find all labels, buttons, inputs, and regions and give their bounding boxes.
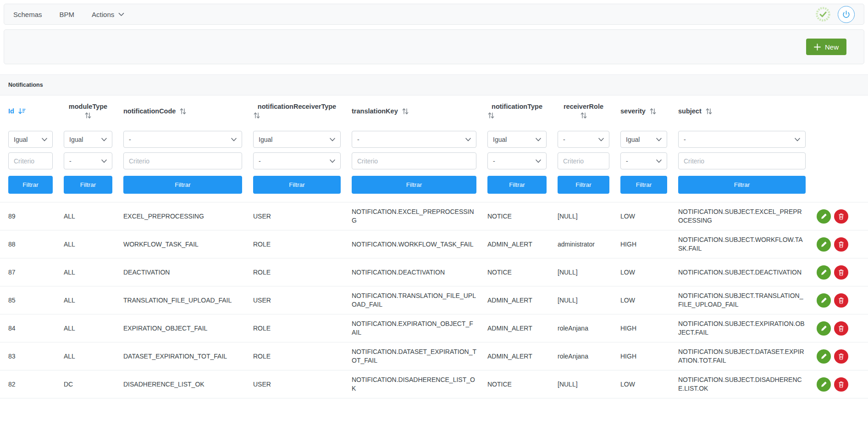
table-row: 84 ALL EXPIRATION_OBJECT_FAIL ROLE NOTIF…	[0, 314, 868, 342]
chevron-down-icon	[465, 138, 471, 141]
select-value: -	[259, 157, 261, 165]
column-header-actions	[811, 95, 868, 129]
delete-button[interactable]	[834, 265, 848, 280]
cell-moduletype: ALL	[58, 230, 118, 258]
select-value: -	[563, 136, 565, 143]
column-header-moduletype[interactable]: moduleType	[58, 95, 118, 129]
pencil-icon	[821, 325, 827, 331]
notifications-table: Id modu	[0, 95, 868, 398]
chevron-down-icon	[118, 12, 124, 17]
column-header-receiverrole[interactable]: receiverRole	[552, 95, 615, 129]
column-header-severity[interactable]: severity	[615, 95, 673, 129]
cell-notificationcode: DISADHERENCE_LIST_OK	[118, 370, 248, 398]
notificationreceivertype-operator-select[interactable]: Igual	[253, 131, 341, 148]
translationkey-operator-select[interactable]: -	[352, 131, 476, 148]
receiverrole-operator-select[interactable]: -	[558, 131, 609, 148]
cell-receiverrole: roleAnjana	[552, 314, 615, 342]
id-criteria-input[interactable]	[8, 152, 53, 169]
column-label: subject	[678, 107, 702, 115]
cell-translationkey: NOTIFICATION.DEACTIVATION	[346, 258, 482, 286]
notificationcode-filter-button[interactable]: Filtrar	[123, 176, 242, 194]
moduletype-filter-button[interactable]: Filtrar	[64, 176, 112, 194]
cell-notificationtype: NOTICE	[482, 202, 552, 230]
id-filter-button[interactable]: Filtrar	[8, 176, 53, 194]
delete-button[interactable]	[834, 321, 848, 336]
notificationtype-criteria-select[interactable]: -	[487, 152, 547, 169]
chevron-down-icon	[231, 138, 237, 141]
notifications-panel: Notifications Id	[0, 74, 868, 398]
edit-button[interactable]	[817, 265, 831, 280]
cell-notificationtype: ADMIN_ALERT	[482, 342, 552, 370]
cell-notificationtype: ADMIN_ALERT	[482, 230, 552, 258]
new-button-label: New	[825, 43, 839, 51]
cell-receiverrole: [NULL]	[552, 286, 615, 314]
edit-button[interactable]	[817, 293, 831, 308]
new-button[interactable]: New	[806, 39, 846, 55]
column-header-translationkey[interactable]: translationKey	[346, 95, 482, 129]
trash-icon	[838, 353, 844, 360]
notificationtype-filter-button[interactable]: Filtrar	[487, 176, 547, 194]
cell-id: 83	[0, 342, 58, 370]
trash-icon	[838, 269, 844, 276]
cell-notificationtype: ADMIN_ALERT	[482, 286, 552, 314]
nav-item-actions[interactable]: Actions	[92, 11, 124, 18]
moduletype-criteria-select[interactable]: -	[64, 152, 112, 169]
nav-item-schemas[interactable]: Schemas	[13, 11, 42, 18]
cell-subject: NOTIFICATION.SUBJECT.TRANSLATION_FILE_UP…	[673, 286, 811, 314]
notificationreceivertype-criteria-select[interactable]: -	[253, 152, 341, 169]
column-header-notificationcode[interactable]: notificationCode	[118, 95, 248, 129]
delete-button[interactable]	[834, 293, 848, 308]
power-button[interactable]	[838, 6, 855, 23]
notificationreceivertype-filter-button[interactable]: Filtrar	[253, 176, 341, 194]
severity-operator-select[interactable]: Igual	[620, 131, 667, 148]
column-header-subject[interactable]: subject	[673, 95, 811, 129]
severity-criteria-select[interactable]: -	[620, 152, 667, 169]
severity-filter-button[interactable]: Filtrar	[620, 176, 667, 194]
subject-filter-button[interactable]: Filtrar	[678, 176, 806, 194]
nav-item-label: Actions	[92, 11, 114, 18]
translationkey-filter-button[interactable]: Filtrar	[352, 176, 476, 194]
edit-button[interactable]	[817, 209, 831, 224]
subject-operator-select[interactable]: -	[678, 131, 806, 148]
edit-button[interactable]	[817, 321, 831, 336]
notificationcode-criteria-input[interactable]	[123, 152, 242, 169]
chevron-down-icon	[598, 138, 604, 141]
table-header-row: Id modu	[0, 95, 868, 129]
nav-item-bpm[interactable]: BPM	[60, 11, 75, 18]
subject-criteria-input[interactable]	[678, 152, 806, 169]
receiverrole-filter-button[interactable]: Filtrar	[558, 176, 609, 194]
edit-button[interactable]	[817, 349, 831, 364]
column-header-notificationreceivertype[interactable]: notificationReceiverType	[248, 95, 346, 129]
column-header-notificationtype[interactable]: notificationType	[482, 95, 552, 129]
delete-button[interactable]	[834, 209, 848, 224]
cell-moduletype: ALL	[58, 314, 118, 342]
delete-button[interactable]	[834, 349, 848, 364]
id-operator-select[interactable]: Igual	[8, 131, 53, 148]
translationkey-criteria-input[interactable]	[352, 152, 476, 169]
cell-notificationtype: NOTICE	[482, 258, 552, 286]
sort-both-icon	[649, 107, 657, 115]
top-navbar: Schemas BPM Actions	[4, 4, 864, 25]
moduletype-operator-select[interactable]: Igual	[64, 131, 112, 148]
chevron-down-icon	[101, 159, 107, 163]
edit-button[interactable]	[817, 377, 831, 392]
cell-notificationreceivertype: USER	[248, 202, 346, 230]
column-header-id[interactable]: Id	[0, 95, 58, 129]
cell-id: 84	[0, 314, 58, 342]
select-value: -	[129, 136, 131, 143]
chevron-down-icon	[536, 159, 541, 163]
notificationtype-operator-select[interactable]: Igual	[487, 131, 547, 148]
cell-severity: HIGH	[615, 342, 673, 370]
notificationcode-operator-select[interactable]: -	[123, 131, 242, 148]
delete-button[interactable]	[834, 237, 848, 252]
receiverrole-criteria-input[interactable]	[558, 152, 609, 169]
delete-button[interactable]	[834, 377, 848, 392]
cell-id: 87	[0, 258, 58, 286]
cell-subject: NOTIFICATION.SUBJECT.DISADHERENCE.LIST.O…	[673, 370, 811, 398]
table-row: 83 ALL DATASET_EXPIRATION_TOT_FAIL ROLE …	[0, 342, 868, 370]
column-label: notificationCode	[123, 107, 176, 115]
column-label: translationKey	[352, 107, 398, 115]
cell-subject: NOTIFICATION.SUBJECT.EXCEL_PREPROCESSING	[673, 202, 811, 230]
cell-notificationcode: WORKFLOW_TASK_FAIL	[118, 230, 248, 258]
edit-button[interactable]	[817, 237, 831, 252]
